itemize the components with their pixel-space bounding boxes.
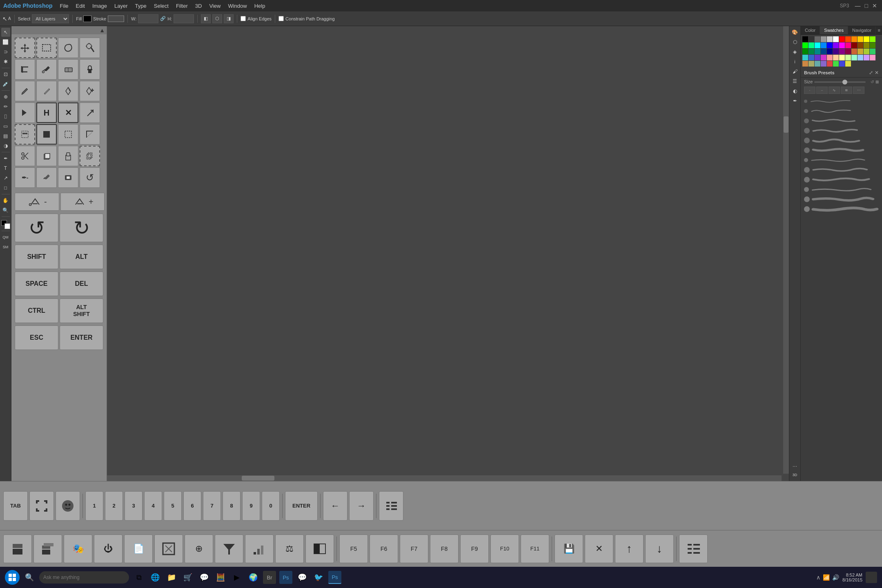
menu-image[interactable]: Image: [89, 2, 110, 10]
tool-copy-cell[interactable]: [36, 146, 57, 166]
brush-type-2[interactable]: ··: [816, 87, 828, 94]
brush-item[interactable]: [802, 96, 880, 106]
bk-8-key[interactable]: 8: [223, 491, 241, 521]
brush-item[interactable]: [802, 116, 880, 126]
tool-smudge-cell[interactable]: [36, 81, 57, 101]
pen-subtract-cell[interactable]: -: [15, 193, 59, 211]
brush-preset-view-btn[interactable]: ⊞: [875, 80, 879, 84]
swatch-item[interactable]: [802, 55, 808, 60]
brush-item[interactable]: [802, 165, 880, 175]
brush-expand-btn[interactable]: ⤢: [869, 70, 873, 76]
v-scrollbar[interactable]: [783, 26, 789, 474]
tool-paste-cell[interactable]: [58, 146, 78, 166]
height-input[interactable]: [174, 14, 194, 23]
swatch-item[interactable]: [858, 42, 863, 48]
ba-group-btn[interactable]: [33, 535, 62, 563]
ba-balance-btn[interactable]: ⚖: [275, 535, 304, 563]
background-color[interactable]: [4, 223, 10, 229]
panel-menu-btn[interactable]: ≡: [876, 26, 882, 34]
tool-type-cell[interactable]: H: [36, 102, 57, 123]
ba-f7-btn[interactable]: F7: [400, 535, 428, 563]
undo-btn[interactable]: ↺: [15, 214, 58, 242]
align-edges-checkbox[interactable]: [241, 16, 246, 21]
tool-hand[interactable]: ✋: [1, 196, 10, 205]
swatch-item[interactable]: [827, 61, 833, 67]
tool-rect-marquee-cell[interactable]: [36, 38, 57, 58]
tool-move[interactable]: ↖: [1, 28, 10, 37]
bk-fit-key[interactable]: [29, 491, 54, 521]
brush-item[interactable]: [802, 194, 880, 204]
tool-anchor-cell[interactable]: [80, 102, 100, 123]
align-right-btn[interactable]: ◨: [224, 14, 234, 23]
swatch-item[interactable]: [833, 42, 839, 48]
tool-pen[interactable]: ✒: [1, 154, 10, 163]
align-left-btn[interactable]: ◧: [201, 14, 211, 23]
tool-quick-mask[interactable]: QM: [1, 233, 10, 242]
swatch-item[interactable]: [870, 36, 875, 42]
tool-move-cell[interactable]: [15, 38, 35, 58]
swatch-item[interactable]: [839, 42, 845, 48]
swatch-item[interactable]: [815, 49, 820, 54]
side-3d-icon[interactable]: 3D: [791, 470, 800, 479]
bk-1-key[interactable]: 1: [85, 491, 103, 521]
tool-pencil-cell[interactable]: [15, 81, 35, 101]
brush-type-3[interactable]: ∿: [829, 87, 840, 94]
tool-brush[interactable]: ✏: [1, 102, 10, 111]
taskbar-ps-2[interactable]: Ps: [328, 571, 341, 584]
tab-color[interactable]: Color: [801, 26, 820, 34]
swatch-item[interactable]: [815, 36, 820, 42]
swatch-item[interactable]: [827, 55, 833, 60]
swatch-item[interactable]: [821, 42, 826, 48]
brush-item[interactable]: [802, 136, 880, 145]
tool-path-select[interactable]: ↗: [1, 174, 10, 183]
tool-pen-plus-cell[interactable]: [80, 81, 100, 101]
taskbar-messenger[interactable]: 💬: [296, 571, 309, 584]
swatch-item[interactable]: [845, 49, 851, 54]
swatch-item[interactable]: [821, 55, 826, 60]
tool-eraser-cell[interactable]: [58, 59, 78, 80]
constrain-path-checkbox[interactable]: [278, 16, 284, 21]
brush-item[interactable]: [802, 155, 880, 165]
side-adjust-icon[interactable]: ⬡: [791, 38, 800, 47]
redo-btn[interactable]: ↻: [60, 214, 103, 242]
swatch-item[interactable]: [815, 55, 820, 60]
bk-7-key[interactable]: 7: [203, 491, 221, 521]
swatch-item[interactable]: [802, 61, 808, 67]
bk-left-key[interactable]: ←: [323, 491, 347, 521]
bk-6-key[interactable]: 6: [183, 491, 201, 521]
tool-gradient[interactable]: ▤: [1, 131, 10, 140]
menu-edit[interactable]: Edit: [73, 2, 88, 10]
ba-f10-btn[interactable]: F10: [490, 535, 519, 563]
tray-network[interactable]: 📶: [823, 574, 830, 581]
swatch-item[interactable]: [845, 36, 851, 42]
swatch-item[interactable]: [870, 55, 875, 60]
bk-enter-key[interactable]: ENTER: [285, 491, 318, 521]
swatch-item[interactable]: [845, 42, 851, 48]
swatch-item[interactable]: [808, 55, 814, 60]
menu-filter[interactable]: Filter: [173, 2, 191, 10]
ba-layers-btn[interactable]: [3, 535, 32, 563]
taskbar-show-desktop[interactable]: [866, 572, 877, 583]
swatch-item[interactable]: [851, 36, 857, 42]
swatch-item[interactable]: [827, 36, 833, 42]
tool-zoom[interactable]: 🔍: [1, 206, 10, 215]
side-paths-icon[interactable]: ✒: [791, 96, 800, 105]
tool-eraser[interactable]: ▭: [1, 122, 10, 131]
menu-help[interactable]: Help: [251, 2, 269, 10]
tab-swatches[interactable]: Swatches: [820, 26, 848, 34]
fg-bg-colors[interactable]: [1, 220, 10, 229]
brush-size-reset[interactable]: ↺: [867, 80, 874, 84]
ctrl-key[interactable]: CTRL: [15, 298, 58, 323]
tool-screen-mode[interactable]: SM: [1, 243, 10, 252]
enter-key[interactable]: ENTER: [60, 325, 103, 350]
maximize-btn[interactable]: □: [865, 2, 868, 9]
tool-eyedropper[interactable]: 💉: [1, 80, 10, 89]
minimize-btn[interactable]: —: [855, 2, 861, 9]
tool-crop-cell[interactable]: [15, 59, 35, 80]
tray-volume[interactable]: 🔊: [832, 574, 839, 581]
tray-expand[interactable]: ∧: [816, 574, 820, 581]
taskbar-twitter[interactable]: 🐦: [312, 571, 325, 584]
swatch-item[interactable]: [833, 49, 839, 54]
h-scrollbar-thumb[interactable]: [242, 476, 274, 481]
swatch-item[interactable]: [833, 36, 839, 42]
